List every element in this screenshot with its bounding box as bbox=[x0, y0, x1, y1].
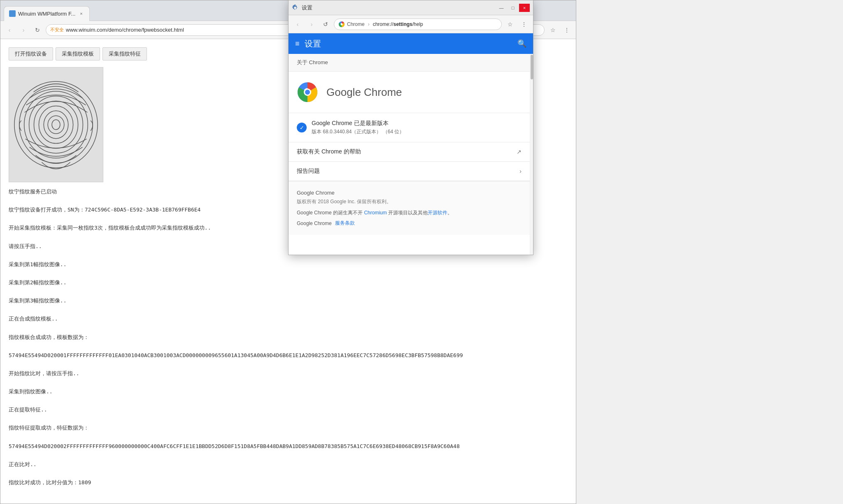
settings-titlebar: 设置 — □ × bbox=[289, 0, 533, 15]
log-line-5: 采集到第2幅指纹图像.. bbox=[9, 278, 568, 287]
settings-url-path: chrome://settings/help bbox=[373, 21, 423, 27]
settings-window-title: 设置 bbox=[302, 4, 493, 12]
chromium-link[interactable]: Chromium bbox=[364, 210, 387, 216]
log-line-15: 正在比对.. bbox=[9, 460, 568, 469]
footer-company-name: Google Chrome bbox=[297, 190, 522, 196]
settings-header-bar: ≡ 设置 🔍 bbox=[289, 33, 533, 54]
tab-favicon bbox=[9, 10, 16, 17]
terms-link[interactable]: 服务条款 bbox=[335, 220, 355, 227]
chevron-right-icon: › bbox=[519, 168, 522, 174]
log-line-8: 指纹模板合成成功，模板数据为： bbox=[9, 333, 568, 342]
settings-forward-button[interactable]: › bbox=[306, 19, 317, 30]
footer-credits-section: Google Chrome 版权所有 2018 Google Inc. 保留所有… bbox=[289, 181, 530, 235]
about-chrome-label: 关于 Chrome bbox=[297, 59, 328, 65]
log-line-13: 指纹特征提取成功，特征数据为： bbox=[9, 423, 568, 432]
settings-url-divider: › bbox=[368, 21, 370, 27]
footer-terms-row: Google Chrome 服务条款 bbox=[297, 220, 522, 227]
address-url: www.winuim.com/demo/chrome/fpwebsocket.h… bbox=[66, 27, 184, 33]
settings-gear-icon bbox=[292, 5, 298, 11]
version-number-text: 版本 68.0.3440.84（正式版本） （64 位） bbox=[312, 128, 404, 135]
log-line-11: 采集到指纹图像.. bbox=[9, 387, 568, 396]
hamburger-menu-icon[interactable]: ≡ bbox=[295, 39, 300, 48]
version-status-text: Google Chrome 已是最新版本 bbox=[312, 120, 404, 127]
settings-window: 设置 — □ × ‹ › ↺ Chrome › chrome://setting… bbox=[288, 0, 533, 255]
settings-page-title: 设置 bbox=[305, 38, 512, 49]
svg-rect-0 bbox=[9, 67, 103, 182]
footer-terms-prefix: Google Chrome bbox=[297, 221, 332, 226]
minimize-button[interactable]: — bbox=[496, 4, 507, 12]
settings-bookmark-button[interactable]: ☆ bbox=[504, 19, 516, 30]
log-line-14: 57494E55494D020002FFFFFFFFFFFFF960000000… bbox=[9, 442, 568, 451]
help-link-row[interactable]: 获取有关 Chrome 的帮助 ↗ bbox=[289, 142, 530, 162]
settings-content-area: 关于 Chrome Google Chrome bbox=[289, 54, 533, 255]
settings-back-button[interactable]: ‹ bbox=[292, 19, 303, 30]
open-device-button[interactable]: 打开指纹设备 bbox=[9, 47, 53, 60]
svg-point-12 bbox=[341, 23, 343, 25]
report-issue-text: 报告问题 bbox=[297, 167, 519, 175]
settings-toolbar: ‹ › ↺ Chrome › chrome://settings/help ☆ … bbox=[289, 15, 533, 33]
log-line-16: 指纹比对成功，比对分值为：1809 bbox=[9, 478, 568, 487]
settings-refresh-button[interactable]: ↺ bbox=[320, 19, 331, 30]
settings-main-content: 关于 Chrome Google Chrome bbox=[289, 54, 530, 255]
titlebar-controls: — □ × bbox=[496, 4, 530, 12]
about-chrome-section-header: 关于 Chrome bbox=[289, 54, 530, 72]
log-line-4: 采集到第1幅指纹图像.. bbox=[9, 260, 568, 269]
footer-copyright-text: 版权所有 2018 Google Inc. 保留所有权利。 bbox=[297, 198, 522, 205]
fingerprint-image bbox=[9, 67, 103, 182]
settings-url-prefix: Chrome bbox=[347, 21, 365, 27]
tab-title: Winuim WMPlatform F... bbox=[18, 11, 75, 17]
settings-address-bar[interactable]: Chrome › chrome://settings/help bbox=[334, 19, 502, 30]
footer-opensource-text: Google Chrome 的诞生离不开 Chromium 开源项目以及其他开源… bbox=[297, 209, 522, 216]
log-line-7: 正在合成指纹模板.. bbox=[9, 314, 568, 323]
bookmark-button[interactable]: ☆ bbox=[547, 24, 559, 36]
back-button[interactable]: ‹ bbox=[4, 24, 15, 36]
chrome-favicon-icon bbox=[338, 21, 345, 28]
collect-template-button[interactable]: 采集指纹模板 bbox=[56, 47, 100, 60]
version-info-block: Google Chrome 已是最新版本 版本 68.0.3440.84（正式版… bbox=[312, 120, 404, 135]
collect-feature-button[interactable]: 采集指纹特征 bbox=[102, 47, 147, 60]
browser-tab[interactable]: Winuim WMPlatform F... × bbox=[4, 6, 90, 21]
log-line-6: 采集到第3幅指纹图像.. bbox=[9, 296, 568, 305]
external-link-icon: ↗ bbox=[517, 149, 522, 155]
chrome-info-card: Google Chrome bbox=[289, 72, 530, 113]
tab-close-button[interactable]: × bbox=[78, 10, 84, 17]
scrollbar-thumb[interactable] bbox=[531, 55, 533, 79]
check-circle-icon: ✓ bbox=[297, 123, 307, 132]
menu-button[interactable]: ⋮ bbox=[561, 24, 573, 36]
not-secure-label: 不安全 bbox=[50, 27, 64, 33]
settings-search-icon[interactable]: 🔍 bbox=[517, 39, 526, 48]
version-status-card: ✓ Google Chrome 已是最新版本 版本 68.0.3440.84（正… bbox=[289, 113, 530, 142]
log-line-9: 57494E55494D020001FFFFFFFFFFFFF01EA03010… bbox=[9, 351, 568, 360]
settings-menu-button[interactable]: ⋮ bbox=[518, 19, 530, 30]
chrome-product-name: Google Chrome bbox=[326, 86, 402, 99]
close-button[interactable]: × bbox=[519, 4, 530, 12]
log-line-10: 开始指纹比对，请按压手指.. bbox=[9, 369, 568, 378]
chrome-logo-icon bbox=[297, 81, 318, 103]
help-link-text: 获取有关 Chrome 的帮助 bbox=[297, 148, 517, 156]
refresh-button[interactable]: ↻ bbox=[32, 24, 43, 36]
scrollbar-track bbox=[530, 54, 533, 255]
opensource-link[interactable]: 开源软件 bbox=[428, 210, 447, 216]
svg-point-16 bbox=[305, 90, 310, 95]
report-issue-row[interactable]: 报告问题 › bbox=[289, 162, 530, 181]
log-line-12: 正在提取特征.. bbox=[9, 405, 568, 414]
maximize-button[interactable]: □ bbox=[508, 4, 518, 12]
forward-button[interactable]: › bbox=[18, 24, 29, 36]
